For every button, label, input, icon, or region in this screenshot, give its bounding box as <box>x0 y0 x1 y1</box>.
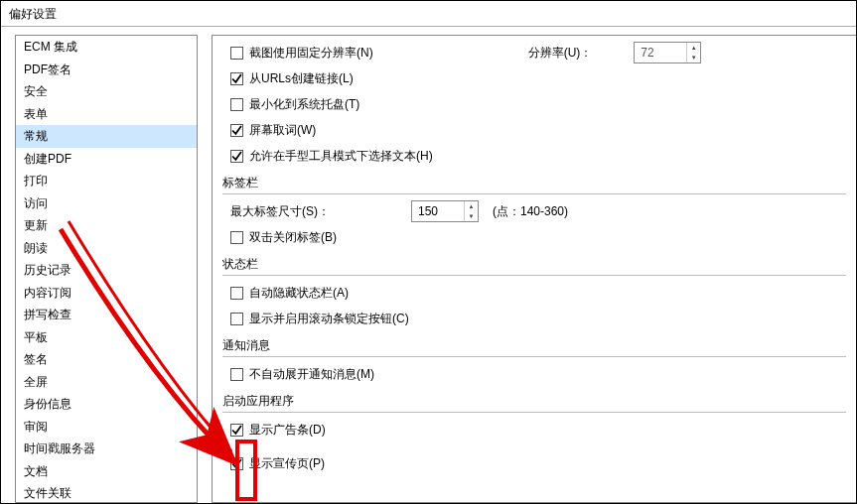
row-no-auto-expand: 不自动展开通知消息(M) <box>230 361 846 387</box>
divider <box>222 275 846 276</box>
checkbox-no-auto-expand[interactable] <box>230 368 243 381</box>
row-scroll-lock: 显示并启用滚动条锁定按钮(C) <box>230 306 846 331</box>
checkbox-dblclick-close[interactable] <box>230 231 243 244</box>
spinner-down-icon[interactable]: ▼ <box>687 53 700 63</box>
sidebar-item[interactable]: 时间戳服务器 <box>16 438 197 460</box>
sidebar-item[interactable]: 更新 <box>16 214 197 237</box>
sidebar-item[interactable]: 打印 <box>16 170 197 192</box>
divider <box>222 193 846 194</box>
sidebar-item[interactable]: 全屏 <box>16 371 197 394</box>
row-hand-tool: 允许在手型工具模式下选择文本(H) <box>230 143 846 169</box>
checkbox-scroll-lock[interactable] <box>230 313 243 325</box>
sidebar-item[interactable]: 身份信息 <box>16 393 197 416</box>
sidebar-item[interactable]: PDF签名 <box>16 59 197 81</box>
label-hand-tool: 允许在手型工具模式下选择文本(H) <box>249 148 433 165</box>
label-from-urls: 从URLs创建链接(L) <box>249 70 354 87</box>
label-no-auto-expand: 不自动展开通知消息(M) <box>249 366 374 383</box>
checkbox-show-promo[interactable] <box>230 457 243 470</box>
checkbox-show-ad[interactable] <box>230 424 243 437</box>
section-tabbar-title: 标签栏 <box>222 175 846 191</box>
resolution-spinner[interactable]: ▲ ▼ <box>634 42 701 63</box>
sidebar-item[interactable]: 拼写检查 <box>16 304 197 326</box>
sidebar-item[interactable]: 签名 <box>16 348 197 371</box>
sidebar-item[interactable]: 常规 <box>16 125 197 148</box>
row-screen-word: 屏幕取词(W) <box>230 117 846 143</box>
checkbox-min-tray[interactable] <box>230 98 243 111</box>
spinner-arrows: ▲ ▼ <box>464 201 478 221</box>
row-min-tray: 最小化到系统托盘(T) <box>230 91 846 117</box>
row-max-tab-size: 最大标签尺寸(S)： ▲ ▼ (点：140-360) <box>230 198 846 224</box>
main-panel: 截图使用固定分辨率(N) 分辨率(U)： ▲ ▼ 从URLs创建链接(L) <box>212 35 856 503</box>
sidebar-item[interactable]: 历史记录 <box>16 259 197 282</box>
sidebar-item[interactable]: 文档 <box>16 460 197 483</box>
sidebar-item[interactable]: 文件关联 <box>16 482 197 503</box>
spinner-up-icon[interactable]: ▲ <box>687 43 700 53</box>
sidebar: ECM 集成PDF签名安全表单常规创建PDF打印访问更新朗读历史记录内容订阅拼写… <box>15 35 198 503</box>
row-show-ad: 显示广告条(D) <box>230 417 846 442</box>
label-show-ad: 显示广告条(D) <box>249 422 326 439</box>
label-min-tray: 最小化到系统托盘(T) <box>249 96 359 113</box>
label-resolution: 分辨率(U)： <box>528 45 593 62</box>
sidebar-item[interactable]: 创建PDF <box>16 148 197 171</box>
label-screen-word: 屏幕取词(W) <box>249 122 316 139</box>
resolution-input[interactable] <box>635 43 686 63</box>
label-show-promo: 显示宣传页(P) <box>249 455 325 472</box>
checkbox-screen-word[interactable] <box>230 124 243 137</box>
row-fixed-res: 截图使用固定分辨率(N) 分辨率(U)： ▲ ▼ <box>230 40 846 65</box>
checkbox-auto-hide[interactable] <box>230 287 243 300</box>
section-notify-title: 通知消息 <box>222 337 846 354</box>
row-show-promo: 显示宣传页(P) <box>230 450 846 476</box>
label-max-tab-size: 最大标签尺寸(S)： <box>230 203 330 220</box>
sidebar-item[interactable]: 朗读 <box>16 237 197 260</box>
sidebar-item[interactable]: 内容订阅 <box>16 282 197 305</box>
checkbox-from-urls[interactable] <box>230 72 243 85</box>
checkbox-hand-tool[interactable] <box>230 150 243 163</box>
sidebar-item[interactable]: ECM 集成 <box>16 36 197 59</box>
checkbox-fixed-resolution[interactable] <box>230 47 243 60</box>
divider <box>222 356 846 357</box>
max-tab-size-input[interactable] <box>412 201 464 221</box>
max-tab-size-spinner[interactable]: ▲ ▼ <box>411 200 479 222</box>
sidebar-item[interactable]: 安全 <box>16 80 197 103</box>
label-scroll-lock: 显示并启用滚动条锁定按钮(C) <box>249 311 409 327</box>
divider <box>222 412 846 413</box>
row-auto-hide: 自动隐藏状态栏(A) <box>230 280 846 306</box>
sidebar-item[interactable]: 访问 <box>16 192 197 215</box>
spinner-up-icon[interactable]: ▲ <box>465 201 478 211</box>
sidebar-item[interactable]: 审阅 <box>16 416 197 439</box>
section-statusbar-title: 状态栏 <box>222 256 846 273</box>
section-startup-title: 启动应用程序 <box>222 393 846 410</box>
label-auto-hide: 自动隐藏状态栏(A) <box>249 285 349 302</box>
sidebar-item[interactable]: 平板 <box>16 326 197 349</box>
label-fixed-resolution: 截图使用固定分辨率(N) <box>249 45 373 62</box>
window-body: ECM 集成PDF签名安全表单常规创建PDF打印访问更新朗读历史记录内容订阅拼写… <box>1 27 856 503</box>
preferences-window: 偏好设置 ECM 集成PDF签名安全表单常规创建PDF打印访问更新朗读历史记录内… <box>0 0 857 504</box>
row-from-urls: 从URLs创建链接(L) <box>230 65 846 91</box>
spinner-arrows: ▲ ▼ <box>686 43 700 63</box>
window-title: 偏好设置 <box>1 1 856 27</box>
label-tab-size-hint: (点：140-360) <box>493 203 568 220</box>
label-dblclick-close: 双击关闭标签(B) <box>249 229 337 246</box>
sidebar-item[interactable]: 表单 <box>16 103 197 126</box>
row-dblclick-close: 双击关闭标签(B) <box>230 224 846 250</box>
spinner-down-icon[interactable]: ▼ <box>465 211 478 221</box>
